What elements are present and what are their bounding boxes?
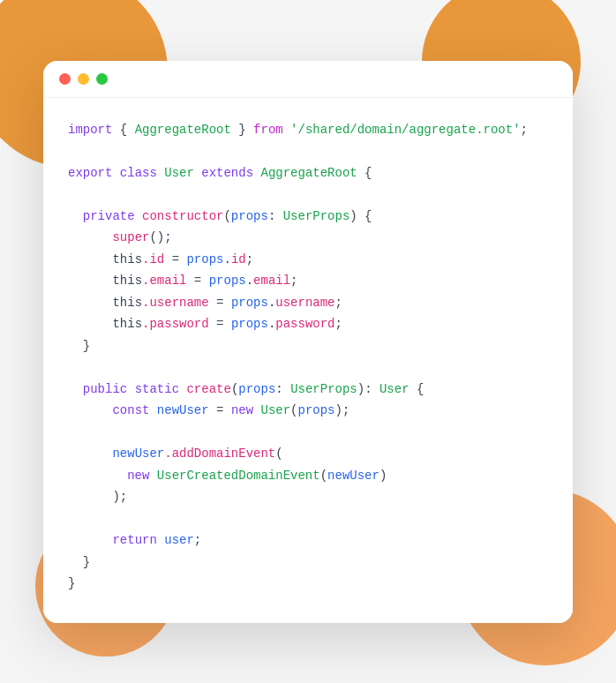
close-button[interactable] [59, 73, 71, 85]
code-window: import { AggregateRoot } from '/shared/d… [43, 61, 573, 623]
titlebar [43, 61, 573, 98]
code-content: import { AggregateRoot } from '/shared/d… [43, 98, 573, 623]
minimize-button[interactable] [78, 73, 89, 85]
maximize-button[interactable] [96, 73, 108, 85]
